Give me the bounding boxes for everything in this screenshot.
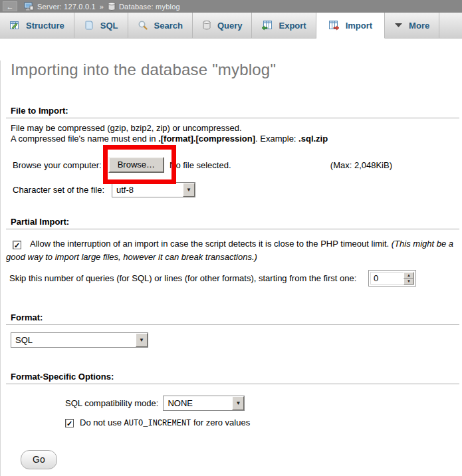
compression-info-line1: File may be compressed (gzip, bzip2, zip… <box>11 123 462 134</box>
sql-compat-label: SQL compatibility mode: <box>65 398 158 408</box>
tab-label: Export <box>279 21 306 31</box>
stepper-down-icon[interactable]: ▼ <box>404 279 414 285</box>
tab-query[interactable]: Query <box>193 13 253 38</box>
structure-icon <box>9 20 20 31</box>
tab-bar: Structure SQL Search Query Export <box>0 13 462 39</box>
allow-interruption-row: ✓Allow the interruption of an import in … <box>6 237 459 264</box>
format-select[interactable]: SQL ▼ <box>11 332 148 348</box>
format-heading: Format: <box>6 312 459 325</box>
back-arrow-icon: ← <box>7 3 14 11</box>
max-size-note: (Max: 2,048KiB) <box>330 160 392 170</box>
format-selected-value: SQL <box>11 333 136 347</box>
compression-info-line2: A compressed file's name must end in .[f… <box>11 134 462 144</box>
tab-label: SQL <box>100 21 118 31</box>
tab-label: More <box>409 21 429 31</box>
sql-compat-select[interactable]: NONE ▼ <box>163 396 245 411</box>
tab-export[interactable]: Export <box>252 13 316 38</box>
export-icon <box>261 20 273 31</box>
tab-label: Search <box>154 21 183 31</box>
tab-more[interactable]: More <box>385 13 439 38</box>
charset-row: Character set of the file: utf-8 ▼ <box>13 182 462 197</box>
auto-increment-row: ✓ Do not use AUTO_INCREMENT for zero val… <box>65 417 462 428</box>
go-button[interactable]: Go <box>21 450 57 469</box>
tab-label: Structure <box>26 21 64 31</box>
allow-interruption-text: Allow the interruption of an import in c… <box>30 239 392 249</box>
charset-select[interactable]: utf-8 ▼ <box>112 182 195 197</box>
database-icon <box>108 2 116 11</box>
file-upload-row: Browse your computer: Browse… No file se… <box>13 157 462 173</box>
import-icon <box>328 20 340 31</box>
back-button[interactable]: ← <box>3 1 17 11</box>
auto-increment-text: Do not use AUTO_INCREMENT for zero value… <box>80 417 250 428</box>
stepper-up-icon[interactable]: ▲ <box>404 272 414 279</box>
tab-structure[interactable]: Structure <box>0 13 74 38</box>
breadcrumb-server[interactable]: Server: 127.0.0.1 <box>37 3 96 11</box>
tab-sql[interactable]: SQL <box>74 13 128 38</box>
no-file-selected-text: No file selected. <box>170 160 231 170</box>
breadcrumb-database[interactable]: Database: myblog <box>119 3 180 11</box>
skip-queries-value[interactable]: 0 <box>370 272 404 285</box>
server-icon <box>24 2 34 11</box>
tab-label: Query <box>217 21 243 31</box>
import-content: Importing into the database "myblog" Fil… <box>0 60 462 476</box>
format-specific-heading: Format-Specific Options: <box>6 372 459 384</box>
partial-import-heading: Partial Import: <box>6 217 459 229</box>
tab-label: Import <box>346 21 372 31</box>
tab-import[interactable]: Import <box>316 13 385 39</box>
skip-queries-label: Skip this number of queries (for SQL) or… <box>9 273 356 283</box>
browse-label: Browse your computer: <box>13 160 102 170</box>
query-icon <box>202 20 211 31</box>
browse-button[interactable]: Browse… <box>108 157 164 173</box>
file-to-import-heading: File to Import: <box>6 106 459 118</box>
dropdown-arrow-icon: ▼ <box>136 333 148 347</box>
dropdown-arrow-icon: ▼ <box>183 183 195 197</box>
charset-selected-value: utf-8 <box>112 183 183 197</box>
allow-interruption-checkbox[interactable]: ✓ <box>13 241 21 249</box>
breadcrumb-bar: ← Server: 127.0.0.1 » Database: myblog <box>0 0 462 13</box>
skip-queries-row: Skip this number of queries (for SQL) or… <box>9 270 416 287</box>
breadcrumb-separator: » <box>100 3 104 11</box>
dropdown-arrow-icon: ▼ <box>232 396 244 410</box>
phpmyadmin-import-page: ← Server: 127.0.0.1 » Database: myblog S… <box>0 0 462 476</box>
skip-queries-stepper[interactable]: 0 ▲ ▼ <box>368 270 416 287</box>
sql-compat-selected-value: NONE <box>164 396 232 410</box>
sql-compat-row: SQL compatibility mode: NONE ▼ <box>65 396 462 411</box>
sql-icon <box>84 20 94 31</box>
search-icon <box>138 20 148 31</box>
tab-search[interactable]: Search <box>128 13 193 38</box>
chevron-down-icon <box>394 23 403 28</box>
charset-label: Character set of the file: <box>13 185 112 195</box>
page-title: Importing into the database "myblog" <box>11 60 462 79</box>
auto-increment-checkbox[interactable]: ✓ <box>65 419 74 427</box>
